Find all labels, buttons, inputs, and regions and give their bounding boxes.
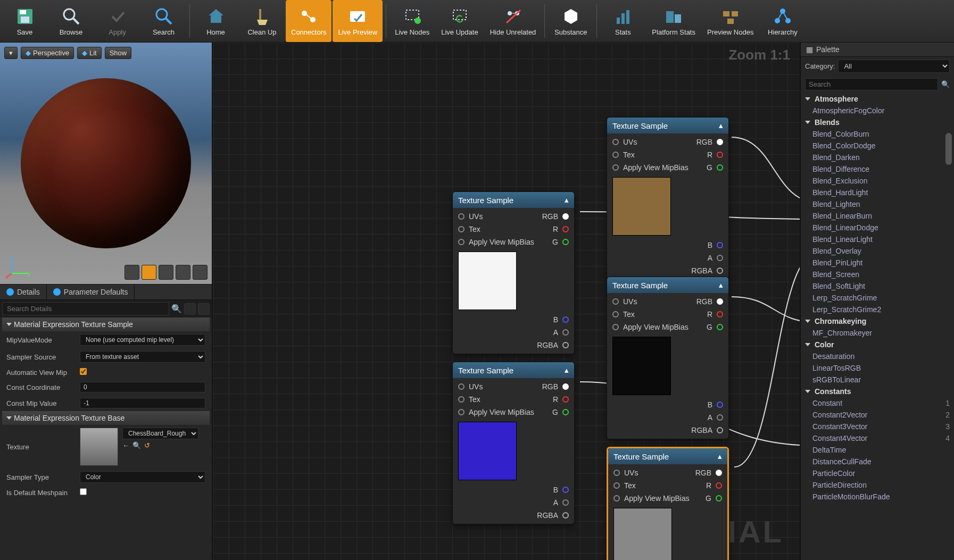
input-pin[interactable] xyxy=(458,383,464,390)
texture-sample-node[interactable]: Texture Sample▴UVsRGBTexRApply View MipB… xyxy=(607,277,729,439)
cleanup-button[interactable]: Clean Up xyxy=(239,0,285,42)
palette-category[interactable]: Color xyxy=(801,339,954,350)
palette-item[interactable]: AtmosphericFogColor xyxy=(801,105,954,116)
hierarchy-button[interactable]: Hierarchy xyxy=(760,0,805,42)
livenodes-button[interactable]: Live Nodes xyxy=(389,0,435,42)
input-pin[interactable] xyxy=(612,324,619,330)
palette-item[interactable]: ParticleColor xyxy=(801,467,954,479)
output-pin[interactable] xyxy=(716,482,722,489)
view-grid-icon[interactable] xyxy=(184,303,196,315)
input-pin[interactable] xyxy=(458,213,464,220)
texture-sample-node[interactable]: Texture Sample▴UVsRGBTexRApply View MipB… xyxy=(607,447,729,560)
search-icon[interactable]: 🔍 xyxy=(171,304,182,314)
input-pin[interactable] xyxy=(458,396,464,403)
palette-item[interactable]: Blend_LinearBurn xyxy=(801,210,954,222)
output-pin[interactable] xyxy=(717,152,723,158)
palette-item[interactable]: Blend_Lighten xyxy=(801,198,954,210)
home-button[interactable]: Home xyxy=(193,0,238,42)
palette-item[interactable]: Blend_Difference xyxy=(801,163,954,175)
viewport-menu-button[interactable]: ▾ xyxy=(4,47,18,59)
stats-button[interactable]: Stats xyxy=(600,0,645,42)
category-select[interactable]: All xyxy=(838,60,950,73)
palette-category[interactable]: Chromakeying xyxy=(801,315,954,327)
scrollbar-thumb[interactable] xyxy=(945,133,952,165)
palette-item[interactable]: Blend_PinLight xyxy=(801,257,954,269)
output-pin[interactable] xyxy=(717,324,723,330)
preview-viewport[interactable]: ▾ ◆Perspective ◆Lit Show zyx xyxy=(0,43,212,285)
palette-item[interactable]: Blend_Overlay xyxy=(801,245,954,257)
input-pin[interactable] xyxy=(612,152,619,158)
save-button[interactable]: Save xyxy=(2,0,47,42)
output-pin[interactable] xyxy=(562,213,569,220)
isdefault-checkbox[interactable] xyxy=(80,488,87,495)
palette-item[interactable]: Blend_Darken xyxy=(801,152,954,163)
search-button[interactable]: Search xyxy=(141,0,186,42)
palette-search-input[interactable] xyxy=(805,78,938,90)
livepreview-button[interactable]: Live Preview xyxy=(333,0,383,42)
palette-item[interactable]: Blend_LinearDodge xyxy=(801,222,954,233)
output-pin[interactable] xyxy=(716,495,722,502)
palette-item[interactable]: Constant2Vector2 xyxy=(801,409,954,421)
search-details-input[interactable] xyxy=(2,302,169,315)
input-pin[interactable] xyxy=(612,298,619,305)
output-pin[interactable] xyxy=(717,298,723,305)
palette-item[interactable]: Blend_SoftLight xyxy=(801,280,954,292)
liveupdate-button[interactable]: Live Update xyxy=(436,0,483,42)
output-pin[interactable] xyxy=(717,414,723,421)
input-pin[interactable] xyxy=(612,311,619,317)
output-pin[interactable] xyxy=(562,239,569,245)
output-pin[interactable] xyxy=(717,427,723,433)
palette-item[interactable]: DeltaTime xyxy=(801,444,954,456)
shape-cylinder-icon[interactable] xyxy=(125,265,139,280)
output-pin[interactable] xyxy=(562,316,569,323)
output-pin[interactable] xyxy=(717,311,723,317)
output-pin[interactable] xyxy=(717,268,723,274)
samplersource-select[interactable]: From texture asset xyxy=(80,351,205,363)
output-pin[interactable] xyxy=(717,402,723,408)
input-pin[interactable] xyxy=(612,164,619,171)
material-graph[interactable]: Zoom 1:1 MATERIAL Texture Sample▴UVsRGBT… xyxy=(213,43,800,560)
connectors-button[interactable]: Connectors xyxy=(286,0,331,42)
palette-item[interactable]: Constant1 xyxy=(801,397,954,409)
palette-item[interactable]: Constant3Vector3 xyxy=(801,421,954,432)
palette-category[interactable]: Blends xyxy=(801,116,954,128)
lit-button[interactable]: ◆Lit xyxy=(77,47,102,59)
palette-item[interactable]: sRGBToLinear xyxy=(801,374,954,386)
palette-item[interactable]: Desaturation xyxy=(801,350,954,362)
collapse-icon[interactable]: ▴ xyxy=(565,365,569,375)
shape-sphere-icon[interactable] xyxy=(142,265,156,280)
output-pin[interactable] xyxy=(717,139,723,145)
collapse-icon[interactable]: ▴ xyxy=(719,121,723,130)
output-pin[interactable] xyxy=(562,329,569,336)
palette-category[interactable]: Constants xyxy=(801,386,954,397)
texture-asset-select[interactable]: ChessBoard_Rough xyxy=(122,428,198,439)
palette-item[interactable]: LinearTosRGB xyxy=(801,362,954,374)
texture-sample-node[interactable]: Texture Sample▴UVsRGBTexRApply View MipB… xyxy=(452,191,575,354)
section-texture-sample[interactable]: Material Expression Texture Sample xyxy=(2,317,210,331)
section-texture-base[interactable]: Material Expression Texture Base xyxy=(2,411,210,425)
input-pin[interactable] xyxy=(458,239,464,245)
palette-item[interactable]: ParticleMotionBlurFade xyxy=(801,491,954,503)
output-pin[interactable] xyxy=(562,396,569,403)
output-pin[interactable] xyxy=(562,383,569,390)
texture-sample-node[interactable]: Texture Sample▴UVsRGBTexRApply View MipB… xyxy=(607,117,729,280)
texture-thumb[interactable] xyxy=(80,428,118,466)
input-pin[interactable] xyxy=(613,470,620,476)
palette-item[interactable]: ParticleDirection xyxy=(801,479,954,491)
output-pin[interactable] xyxy=(562,499,569,506)
output-pin[interactable] xyxy=(562,342,569,348)
view-eye-icon[interactable] xyxy=(198,303,210,315)
perspective-button[interactable]: ◆Perspective xyxy=(21,47,74,59)
mipvaluemode-select[interactable]: None (use computed mip level) xyxy=(80,334,205,346)
tab-parameter-defaults[interactable]: Parameter Defaults xyxy=(47,285,135,299)
platformstats-button[interactable]: Platform Stats xyxy=(646,0,701,42)
input-pin[interactable] xyxy=(613,495,620,502)
shape-plane-icon[interactable] xyxy=(159,265,173,280)
collapse-icon[interactable]: ▴ xyxy=(718,452,722,461)
browse-icon[interactable]: 🔍 xyxy=(132,441,141,449)
output-pin[interactable] xyxy=(562,512,569,519)
collapse-icon[interactable]: ▴ xyxy=(565,195,569,205)
shape-cube-icon[interactable] xyxy=(176,265,190,280)
autoviewmip-checkbox[interactable] xyxy=(80,368,87,375)
constmip-input[interactable] xyxy=(80,398,205,408)
